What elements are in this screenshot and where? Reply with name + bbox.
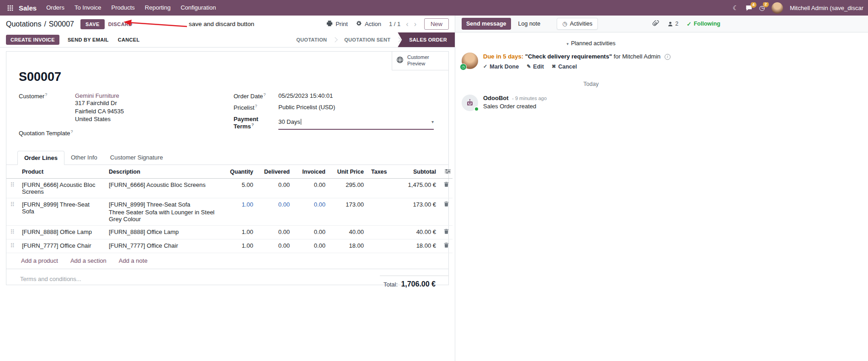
- activities-clock-icon[interactable]: ◷ 2: [759, 4, 765, 11]
- field-help-marker: ?: [71, 129, 73, 134]
- user-menu[interactable]: Mitchell Admin (save_discar: [790, 5, 863, 11]
- col-unit-price[interactable]: Unit Price: [329, 165, 367, 179]
- chevron-down-icon[interactable]: ▾: [431, 119, 434, 124]
- log-note-button[interactable]: Log note: [514, 18, 545, 30]
- tab-order-lines[interactable]: Order Lines: [17, 151, 64, 165]
- col-quantity[interactable]: Quantity: [223, 165, 257, 179]
- col-delivered[interactable]: Delivered: [257, 165, 293, 179]
- delete-row-trash-icon[interactable]: [443, 228, 449, 235]
- cell-quantity[interactable]: 1.00: [223, 239, 257, 253]
- state-quotation-sent[interactable]: QUOTATION SENT: [338, 32, 397, 48]
- drag-handle-icon[interactable]: ⠿: [6, 225, 18, 239]
- cancel-button[interactable]: CANCEL: [113, 35, 144, 45]
- cell-invoiced[interactable]: 0.00: [293, 225, 329, 239]
- user-avatar[interactable]: [772, 2, 783, 14]
- tab-other-info[interactable]: Other Info: [64, 151, 104, 165]
- pricelist-label: Pricelist?: [234, 104, 278, 111]
- pager-next-icon[interactable]: ›: [414, 21, 416, 28]
- tab-customer-signature[interactable]: Customer Signature: [104, 151, 170, 165]
- new-button[interactable]: New: [424, 18, 449, 30]
- messages-icon[interactable]: 4: [746, 5, 752, 11]
- cell-product[interactable]: [FURN_7777] Office Chair: [18, 239, 105, 253]
- cell-product[interactable]: [FURN_6666] Acoustic Bloc Screens: [18, 178, 105, 198]
- cell-invoiced[interactable]: 0.00: [293, 178, 329, 198]
- cell-unit-price[interactable]: 173.00: [329, 198, 367, 225]
- odoobot-avatar[interactable]: [462, 95, 478, 111]
- cell-quantity[interactable]: 1.00: [223, 198, 257, 225]
- dark-mode-moon-icon[interactable]: ☾: [733, 4, 739, 11]
- cell-description[interactable]: [FURN_8999] Three-Seat SofaThree Seater …: [105, 198, 223, 225]
- cell-description[interactable]: [FURN_7777] Office Chair: [105, 239, 223, 253]
- cell-unit-price[interactable]: 295.00: [329, 178, 367, 198]
- create-invoice-button[interactable]: CREATE INVOICE: [6, 35, 59, 45]
- edit-activity-button[interactable]: ✎ Edit: [527, 64, 544, 70]
- drag-handle-icon[interactable]: ⠿: [6, 239, 18, 253]
- optional-columns-icon[interactable]: [440, 165, 453, 179]
- planned-activities-header[interactable]: ▾Planned activities: [462, 40, 720, 47]
- message-author[interactable]: OdooBot: [483, 95, 509, 101]
- col-invoiced[interactable]: Invoiced: [293, 165, 329, 179]
- cell-unit-price[interactable]: 18.00: [329, 239, 367, 253]
- discard-button[interactable]: DISCARD: [108, 21, 133, 27]
- state-sales-order-active[interactable]: SALES ORDER: [398, 32, 455, 47]
- save-button[interactable]: SAVE: [80, 19, 105, 29]
- mark-done-button[interactable]: ✓ Mark Done: [483, 64, 519, 70]
- add-section-link[interactable]: Add a section: [70, 257, 107, 264]
- delete-row-trash-icon[interactable]: [443, 201, 449, 208]
- cell-taxes[interactable]: [367, 225, 400, 239]
- print-button[interactable]: Print: [326, 20, 348, 28]
- cell-taxes[interactable]: [367, 198, 400, 225]
- pricelist-value[interactable]: Public Pricelist (USD): [278, 104, 335, 111]
- cell-description[interactable]: [FURN_8888] Office Lamp: [105, 225, 223, 239]
- menu-configuration[interactable]: Configuration: [176, 0, 221, 16]
- terms-and-conditions-placeholder[interactable]: Terms and conditions...: [20, 276, 81, 288]
- cell-taxes[interactable]: [367, 239, 400, 253]
- menu-products[interactable]: Products: [106, 0, 139, 16]
- menu-orders[interactable]: Orders: [41, 0, 69, 16]
- col-description[interactable]: Description: [105, 165, 223, 179]
- cell-delivered[interactable]: 0.00: [257, 225, 293, 239]
- apps-grid-icon[interactable]: [4, 5, 17, 11]
- customer-link[interactable]: Gemini Furniture: [75, 92, 119, 99]
- cell-invoiced[interactable]: 0.00: [293, 239, 329, 253]
- delete-row-trash-icon[interactable]: [443, 181, 449, 188]
- cancel-activity-button[interactable]: ✖ Cancel: [552, 64, 577, 70]
- cell-unit-price[interactable]: 40.00: [329, 225, 367, 239]
- menu-to-invoice[interactable]: To Invoice: [69, 0, 107, 16]
- activity-avatar[interactable]: ◷: [462, 53, 478, 69]
- cell-taxes[interactable]: [367, 178, 400, 198]
- delete-row-trash-icon[interactable]: [443, 242, 449, 249]
- cell-delivered[interactable]: 0.00: [257, 178, 293, 198]
- menu-reporting[interactable]: Reporting: [140, 0, 176, 16]
- info-icon[interactable]: i: [665, 54, 671, 60]
- breadcrumb-quotations[interactable]: Quotations: [6, 20, 41, 28]
- order-date-value[interactable]: 05/25/2023 15:40:01: [278, 92, 333, 100]
- cell-quantity[interactable]: 5.00: [223, 178, 257, 198]
- following-button[interactable]: ✓ Following: [687, 21, 720, 27]
- cell-delivered[interactable]: 0.00: [257, 198, 293, 225]
- add-note-link[interactable]: Add a note: [119, 257, 148, 264]
- col-subtotal[interactable]: Subtotal: [400, 165, 440, 179]
- attachment-paperclip-icon[interactable]: [652, 20, 659, 28]
- drag-handle-icon[interactable]: ⠿: [6, 198, 18, 225]
- payment-terms-input[interactable]: 30 Days ▾: [278, 116, 434, 130]
- customer-preview-button[interactable]: Customer Preview: [392, 52, 448, 70]
- action-button[interactable]: Action: [356, 20, 381, 28]
- add-product-link[interactable]: Add a product: [21, 257, 58, 264]
- app-brand-sales[interactable]: Sales: [17, 4, 41, 12]
- cell-quantity[interactable]: 1.00: [223, 225, 257, 239]
- col-taxes[interactable]: Taxes: [367, 165, 400, 179]
- activities-tab-button[interactable]: ◷ Activities: [557, 18, 598, 30]
- pager-previous-icon[interactable]: ‹: [406, 21, 408, 28]
- cell-delivered[interactable]: 0.00: [257, 239, 293, 253]
- followers-button[interactable]: 2: [667, 21, 678, 27]
- cell-description[interactable]: [FURN_6666] Acoustic Bloc Screens: [105, 178, 223, 198]
- cell-invoiced[interactable]: 0.00: [293, 198, 329, 225]
- cell-product[interactable]: [FURN_8999] Three-Seat Sofa: [18, 198, 105, 225]
- drag-handle-icon[interactable]: ⠿: [6, 178, 18, 198]
- send-message-button[interactable]: Send message: [462, 18, 511, 30]
- state-quotation[interactable]: QUOTATION: [290, 32, 333, 48]
- send-by-email-button[interactable]: SEND BY EMAIL: [63, 35, 113, 45]
- col-product[interactable]: Product: [18, 165, 105, 179]
- cell-product[interactable]: [FURN_8888] Office Lamp: [18, 225, 105, 239]
